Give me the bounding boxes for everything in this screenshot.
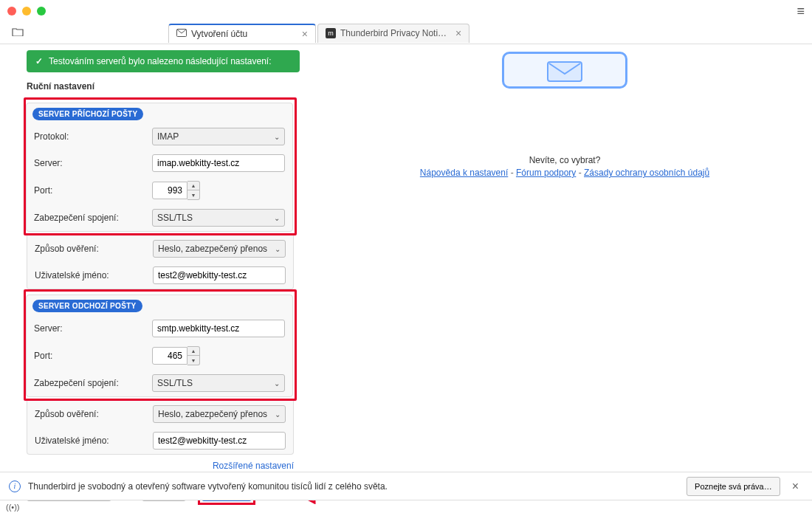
chevron-down-icon: ⌄	[275, 245, 281, 253]
incoming-server-block: SERVER PŘÍCHOZÍ POŠTY Protokol: IMAP ⌄ S…	[26, 103, 293, 232]
incoming-highlight: SERVER PŘÍCHOZÍ POŠTY Protokol: IMAP ⌄ S…	[24, 97, 297, 235]
close-tab-icon[interactable]: ×	[455, 27, 461, 39]
port-row: Port: ▲ ▼	[27, 176, 292, 204]
success-text: Testováním serverů bylo nalezeno následu…	[49, 56, 272, 66]
auth-label: Způsob ověření:	[35, 409, 153, 419]
tab-bar: Vytvoření účtu × m Thunderbird Privacy N…	[168, 24, 471, 43]
incoming-security-select[interactable]: SSL/TLS ⌄	[152, 209, 285, 227]
port-step-up[interactable]: ▲	[187, 182, 199, 190]
protocol-row: Protokol: IMAP ⌄	[27, 123, 292, 150]
server-label: Server:	[34, 158, 152, 168]
server-label: Server:	[34, 323, 152, 334]
tab-account-setup[interactable]: Vytvoření účtu ×	[168, 24, 316, 43]
check-icon: ✓	[35, 56, 43, 66]
broadcast-icon[interactable]: ((•))	[6, 503, 20, 512]
server-row: Server:	[27, 315, 292, 342]
port-step-down[interactable]: ▼	[187, 356, 199, 365]
help-text: Nevíte, co vybrat? Nápověda k nastavení …	[420, 155, 709, 178]
mail-icon	[176, 29, 187, 39]
setup-help-link[interactable]: Nápověda k nastavení	[420, 168, 508, 178]
incoming-badge: SERVER PŘÍCHOZÍ POŠTY	[32, 108, 143, 120]
tab-privacy-notice[interactable]: m Thunderbird Privacy Notice — Mozil ×	[317, 24, 469, 43]
outgoing-port-input[interactable]	[152, 347, 187, 365]
outgoing-badge: SERVER ODCHOZÍ POŠTY	[32, 300, 142, 312]
incoming-server-input[interactable]	[152, 154, 285, 172]
close-infobar-icon[interactable]: ×	[788, 480, 803, 493]
security-row: Zabezpečení spojení: SSL/TLS ⌄	[27, 370, 292, 396]
tab-label: Thunderbird Privacy Notice — Mozil	[340, 28, 451, 38]
success-banner: ✓ Testováním serverů bylo nalezeno násle…	[27, 50, 300, 72]
username-label: Uživatelské jméno:	[35, 435, 153, 446]
help-question: Nevíte, co vybrat?	[420, 155, 709, 165]
outgoing-auth-select[interactable]: Heslo, zabezpečený přenos ⌄	[153, 405, 286, 423]
auth-row: Způsob ověření: Heslo, zabezpečený přeno…	[27, 401, 293, 427]
info-bar: i Thunderbird je svobodný a otevřený sof…	[0, 472, 812, 500]
form-column: ✓ Testováním serverů bylo nalezeno násle…	[0, 44, 317, 472]
menu-icon[interactable]: ≡	[796, 4, 805, 19]
titlebar: ≡	[0, 0, 812, 22]
manual-settings-heading: Ruční nastavení	[27, 81, 317, 92]
main-content: ✓ Testováním serverů bylo nalezeno násle…	[0, 44, 812, 472]
info-text: Thunderbird je svobodný a otevřený softw…	[28, 481, 679, 492]
port-row: Port: ▲ ▼	[27, 342, 292, 370]
tab-label: Vytvoření účtu	[191, 29, 247, 39]
maximize-window-button[interactable]	[37, 7, 46, 16]
close-window-button[interactable]	[7, 7, 16, 16]
protocol-select[interactable]: IMAP ⌄	[152, 128, 285, 145]
help-column: Nevíte, co vybrat? Nápověda k nastavení …	[317, 44, 812, 472]
chevron-down-icon: ⌄	[274, 133, 280, 141]
mail-illustration	[502, 52, 627, 89]
outgoing-auth-block: Způsob ověření: Heslo, zabezpečený přeno…	[27, 401, 294, 455]
chevron-down-icon: ⌄	[275, 410, 281, 419]
site-icon: m	[326, 28, 336, 38]
incoming-auth-block: Způsob ověření: Heslo, zabezpečený přeno…	[27, 235, 294, 289]
outgoing-highlight: SERVER ODCHOZÍ POŠTY Server: Port: ▲ ▼ Z…	[24, 289, 297, 401]
security-row: Zabezpečení spojení: SSL/TLS ⌄	[27, 204, 292, 231]
svg-rect-1	[548, 62, 582, 81]
outgoing-username-input[interactable]	[153, 432, 286, 450]
window-controls	[7, 7, 46, 16]
chevron-down-icon: ⌄	[274, 214, 280, 222]
outgoing-server-input[interactable]	[152, 320, 285, 337]
username-label: Uživatelské jméno:	[35, 270, 153, 280]
server-row: Server:	[27, 150, 292, 176]
chevron-down-icon: ⌄	[274, 379, 280, 388]
forum-link[interactable]: Fórum podpory	[516, 168, 576, 178]
advanced-settings-link[interactable]: Rozšířené nastavení	[213, 461, 294, 471]
port-label: Port:	[34, 185, 152, 196]
minimize-window-button[interactable]	[22, 7, 31, 16]
protocol-label: Protokol:	[34, 131, 152, 142]
rights-button[interactable]: Poznejte svá práva…	[687, 477, 780, 496]
port-stepper: ▲ ▼	[187, 346, 200, 365]
advanced-link-row: Rozšířené nastavení	[27, 461, 294, 471]
port-step-up[interactable]: ▲	[187, 347, 199, 356]
auth-label: Způsob ověření:	[35, 244, 153, 254]
status-bar: ((•))	[0, 500, 812, 513]
auth-row: Způsob ověření: Heslo, zabezpečený přeno…	[27, 235, 293, 262]
port-label: Port:	[34, 351, 152, 361]
incoming-username-input[interactable]	[153, 266, 286, 284]
security-label: Zabezpečení spojení:	[34, 378, 152, 388]
folder-icon[interactable]	[7, 26, 28, 40]
toolbar: Vytvoření účtu × m Thunderbird Privacy N…	[0, 22, 812, 44]
close-tab-icon[interactable]: ×	[302, 28, 308, 40]
info-icon: i	[9, 481, 21, 492]
port-stepper: ▲ ▼	[187, 181, 200, 200]
incoming-port-input[interactable]	[152, 182, 187, 199]
port-step-down[interactable]: ▼	[187, 190, 199, 199]
privacy-link[interactable]: Zásady ochrany osobních údajů	[584, 168, 709, 178]
incoming-auth-select[interactable]: Heslo, zabezpečený přenos ⌄	[153, 240, 286, 258]
security-label: Zabezpečení spojení:	[34, 213, 152, 223]
outgoing-server-block: SERVER ODCHOZÍ POŠTY Server: Port: ▲ ▼ Z…	[26, 295, 293, 397]
username-row: Uživatelské jméno:	[27, 262, 293, 289]
username-row: Uživatelské jméno:	[27, 427, 293, 454]
outgoing-security-select[interactable]: SSL/TLS ⌄	[152, 374, 285, 392]
